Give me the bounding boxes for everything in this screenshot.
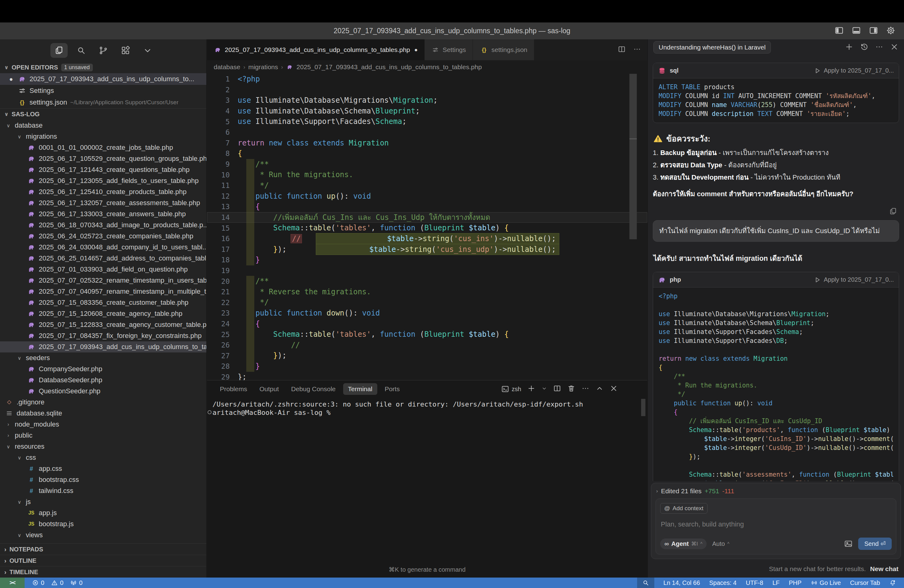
shell-indicator[interactable]: zsh bbox=[501, 385, 521, 393]
layout-bottom-toggle-button[interactable] bbox=[852, 26, 861, 36]
tree-item-file[interactable]: .gitignore bbox=[0, 397, 206, 408]
tree-item-file[interactable]: 2025_06_24_030048_add_company_id_to_user… bbox=[0, 242, 206, 253]
tree-item-folder[interactable]: ∨views bbox=[0, 530, 206, 541]
send-button[interactable]: Send ⏎ bbox=[858, 537, 892, 550]
agent-mode-selector[interactable]: ∞ Agent ⌘I ^ bbox=[660, 539, 706, 549]
tree-item-folder[interactable]: ∨migrations bbox=[0, 131, 206, 142]
breadcrumb-item[interactable]: migrations bbox=[248, 63, 278, 71]
status-warn[interactable]: 0 bbox=[51, 579, 63, 586]
tree-item-file[interactable]: 2025_06_25_014657_add_address_to_compani… bbox=[0, 253, 206, 264]
chat-history-button[interactable] bbox=[860, 43, 868, 52]
open-editor-item[interactable]: ●2025_07_17_093943_add_cus_ins_udp_colum… bbox=[0, 73, 206, 85]
sidebar-section-notepads[interactable]: ›NOTEPADS bbox=[0, 544, 206, 555]
remote-indicator[interactable]: >< bbox=[0, 577, 25, 588]
model-selector[interactable]: Auto ^ bbox=[712, 541, 729, 547]
activity-search[interactable] bbox=[73, 43, 90, 58]
status-utf-8[interactable]: UTF-8 bbox=[746, 579, 763, 586]
panel-tab-ports[interactable]: Ports bbox=[380, 383, 405, 395]
tree-item-folder[interactable]: ∨database bbox=[0, 120, 206, 131]
panel-tab-problems[interactable]: Problems bbox=[215, 383, 252, 395]
tree-item-file[interactable]: 2025_06_17_125410_create_products_table.… bbox=[0, 187, 206, 198]
tree-item-file[interactable]: database.sqlite bbox=[0, 408, 206, 419]
tree-item-file[interactable]: JSapp.js bbox=[0, 507, 206, 518]
tab-2025-07-17-093943-add-cus-ins-udp-columns-to-tables-php[interactable]: 2025_07_17_093943_add_cus_ins_udp_column… bbox=[207, 40, 425, 60]
terminal-body[interactable]: /Users/aritach/.zshrc:source:3: no such … bbox=[207, 398, 647, 417]
chat-tab-title[interactable]: Understanding whereHas() in Laravel bbox=[653, 41, 771, 54]
tree-item-file[interactable]: 2025_07_15_122833_create_agency_customer… bbox=[0, 319, 206, 330]
sidebar-section-timeline[interactable]: ›TIMELINE bbox=[0, 566, 206, 577]
status-error[interactable]: 0 bbox=[32, 579, 44, 586]
tree-item-file[interactable]: 2025_07_15_083356_create_customer_table.… bbox=[0, 297, 206, 308]
tree-item-file[interactable]: 2025_06_17_133003_create_answers_table.p… bbox=[0, 209, 206, 220]
tree-item-folder[interactable]: ›node_modules bbox=[0, 419, 206, 430]
tree-item-folder[interactable]: ∨css bbox=[0, 452, 206, 463]
more-actions-button[interactable] bbox=[875, 43, 883, 52]
tree-item-file[interactable]: QuestionSeeder.php bbox=[0, 386, 206, 397]
panel-tab-terminal[interactable]: Terminal bbox=[343, 383, 377, 395]
new-terminal-button[interactable] bbox=[527, 384, 535, 394]
terminal-profile-dropdown[interactable] bbox=[542, 386, 547, 393]
terminal-scrollbar[interactable] bbox=[641, 399, 645, 416]
project-header[interactable]: ∨ SAS-LOG bbox=[0, 108, 206, 120]
status-cursor-tab[interactable]: Cursor Tab bbox=[850, 579, 880, 586]
activity-chevron-down[interactable] bbox=[139, 43, 156, 58]
new-chat-tab-button[interactable] bbox=[845, 43, 853, 52]
breadcrumb-item[interactable]: database bbox=[214, 63, 240, 71]
tree-item-file[interactable]: #bootstrap.css bbox=[0, 474, 206, 485]
close-panel-button[interactable] bbox=[610, 384, 618, 394]
tree-item-folder[interactable]: ∨js bbox=[0, 496, 206, 507]
tree-item-file[interactable]: 2025_07_07_040957_rename_timestamp_in_mu… bbox=[0, 286, 206, 297]
breadcrumb-item[interactable]: 2025_07_17_093943_add_cus_ins_udp_column… bbox=[296, 63, 482, 71]
tree-item-file[interactable]: 2025_06_17_105529_create_question_groups… bbox=[0, 153, 206, 164]
new-chat-button[interactable]: New chat bbox=[870, 565, 898, 573]
add-context-button[interactable]: @ Add context bbox=[660, 503, 708, 514]
tree-item-file[interactable]: 2025_06_17_121443_create_questions_table… bbox=[0, 164, 206, 175]
tree-item-file[interactable]: CompanySeeder.php bbox=[0, 364, 206, 375]
tree-item-file[interactable]: 2025_07_15_120608_create_agency_table.ph… bbox=[0, 308, 206, 319]
kill-terminal-button[interactable] bbox=[567, 384, 575, 394]
activity-files[interactable] bbox=[51, 43, 68, 58]
panel-tab-debug-console[interactable]: Debug Console bbox=[286, 383, 341, 395]
tree-item-file[interactable]: 2025_06_17_132057_create_assessments_tab… bbox=[0, 198, 206, 209]
tree-item-file[interactable]: 2025_06_24_025723_create_companies_table… bbox=[0, 231, 206, 242]
tab-settings[interactable]: Settings bbox=[425, 40, 473, 60]
tree-item-file[interactable]: 2025_07_01_033903_add_field_on_question.… bbox=[0, 264, 206, 275]
status-lf[interactable]: LF bbox=[773, 579, 779, 586]
layout-right-toggle-button[interactable] bbox=[869, 26, 878, 36]
settings-gear-button[interactable] bbox=[886, 26, 895, 36]
tree-item-folder[interactable]: ∨seeders bbox=[0, 352, 206, 364]
more-actions-button[interactable] bbox=[582, 384, 589, 394]
tree-item-folder[interactable]: ›public bbox=[0, 430, 206, 441]
edited-files-row[interactable]: › Edited 21 files +751 -111 bbox=[656, 486, 896, 498]
tree-item-file[interactable]: #app.css bbox=[0, 463, 206, 474]
open-editor-item[interactable]: Settings bbox=[0, 85, 206, 96]
tree-item-file[interactable]: 2025_07_17_093943_add_cus_ins_udp_column… bbox=[0, 341, 206, 352]
status-tower[interactable]: 0 bbox=[70, 579, 82, 586]
apply-sql-button[interactable]: Apply to 2025_07_17_0... bbox=[813, 67, 894, 75]
tree-item-file[interactable]: 2025_06_18_070343_add_image_to_products_… bbox=[0, 220, 206, 231]
tree-item-folder[interactable]: ∨resources bbox=[0, 441, 206, 452]
status-spaces-4[interactable]: Spaces: 4 bbox=[710, 579, 737, 586]
copy-icon[interactable] bbox=[889, 207, 897, 215]
apply-php-button[interactable]: Apply to 2025_07_17_0... bbox=[813, 276, 894, 284]
title-bar[interactable]: 2025_07_17_093943_add_cus_ins_udp_column… bbox=[0, 22, 904, 40]
tree-item-file[interactable]: 2025_06_17_123055_add_fields_to_users_ta… bbox=[0, 175, 206, 187]
status-bell[interactable] bbox=[889, 579, 896, 586]
more-actions-button[interactable] bbox=[633, 45, 641, 54]
close-chat-button[interactable] bbox=[890, 43, 898, 52]
tree-item-file[interactable]: 2025_07_07_025322_rename_timestamp_in_us… bbox=[0, 275, 206, 286]
tree-item-file[interactable]: 0001_01_01_000002_create_jobs_table.php bbox=[0, 142, 206, 153]
tree-item-file[interactable]: DatabaseSeeder.php bbox=[0, 375, 206, 386]
status-php[interactable]: PHP bbox=[789, 579, 801, 586]
chat-input-box[interactable]: @ Add context Plan, search, build anythi… bbox=[656, 498, 896, 555]
tree-item-file[interactable]: #tailwind.css bbox=[0, 485, 206, 496]
maximize-panel-button[interactable] bbox=[596, 384, 604, 394]
tab-settings-json[interactable]: {}settings.json bbox=[473, 40, 534, 60]
open-editors-header[interactable]: ∨ OPEN EDITORS 1 unsaved bbox=[0, 62, 206, 73]
editor-scrollbar[interactable] bbox=[629, 74, 637, 239]
tree-item-file[interactable]: 2025_07_17_084357_fix_foreign_key_constr… bbox=[0, 330, 206, 341]
tree-item-file[interactable]: JSbootstrap.js bbox=[0, 518, 206, 530]
status-magnifier[interactable] bbox=[637, 577, 654, 588]
split-terminal-button[interactable] bbox=[553, 384, 561, 394]
status-ln-14-col-66[interactable]: Ln 14, Col 66 bbox=[664, 579, 700, 586]
